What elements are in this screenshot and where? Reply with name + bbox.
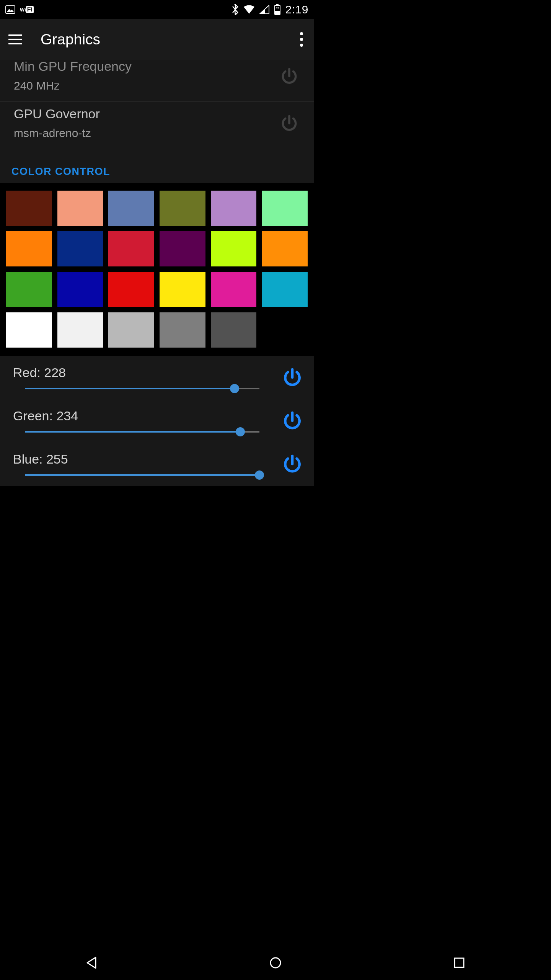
color-swatch[interactable] bbox=[262, 231, 308, 266]
color-swatch[interactable] bbox=[262, 312, 308, 348]
setting-title: Min GPU Frequency bbox=[14, 59, 279, 74]
color-swatch[interactable] bbox=[211, 191, 257, 226]
power-icon[interactable] bbox=[282, 367, 303, 388]
color-swatch[interactable] bbox=[6, 231, 52, 266]
slider-blue: Blue: 255 bbox=[0, 437, 314, 486]
color-swatch[interactable] bbox=[160, 231, 205, 266]
color-swatch[interactable] bbox=[57, 231, 103, 266]
color-swatch[interactable] bbox=[108, 312, 154, 348]
color-swatch[interactable] bbox=[108, 272, 154, 307]
color-swatch[interactable] bbox=[57, 272, 103, 307]
slider-label: Green: 234 bbox=[13, 408, 272, 423]
svg-text:37: 37 bbox=[276, 7, 279, 10]
status-clock: 2:19 bbox=[285, 3, 308, 16]
slider-track-blue[interactable] bbox=[13, 474, 272, 476]
power-icon[interactable] bbox=[279, 113, 300, 134]
power-icon[interactable] bbox=[282, 453, 303, 475]
color-checker-grid bbox=[0, 183, 314, 356]
bluetooth-icon bbox=[232, 4, 239, 15]
color-swatch[interactable] bbox=[160, 191, 205, 226]
color-swatch[interactable] bbox=[6, 312, 52, 348]
color-swatch[interactable] bbox=[211, 272, 257, 307]
app-bar: Graphics bbox=[0, 19, 314, 60]
color-swatch[interactable] bbox=[57, 312, 103, 348]
slider-label: Blue: 255 bbox=[13, 452, 272, 467]
svg-rect-4 bbox=[275, 11, 280, 14]
cell-signal-icon bbox=[259, 5, 269, 14]
color-swatch[interactable] bbox=[57, 191, 103, 226]
setting-value: 240 MHz bbox=[14, 79, 279, 92]
wifi-calling-icon: WiFi bbox=[20, 6, 34, 13]
content-area: Min GPU Frequency 240 MHz GPU Governor m… bbox=[0, 60, 314, 486]
color-swatch[interactable] bbox=[160, 272, 205, 307]
color-swatch[interactable] bbox=[211, 231, 257, 266]
slider-label: Red: 228 bbox=[13, 365, 272, 380]
color-swatch[interactable] bbox=[6, 191, 52, 226]
section-header-color-control: COLOR CONTROL bbox=[0, 149, 314, 183]
wifi-icon bbox=[243, 5, 255, 14]
power-icon[interactable] bbox=[279, 65, 300, 87]
slider-track-red[interactable] bbox=[13, 388, 272, 389]
color-swatch[interactable] bbox=[211, 312, 257, 348]
page-title: Graphics bbox=[41, 31, 100, 48]
setting-gpu-governor[interactable]: GPU Governor msm-adreno-tz bbox=[0, 102, 314, 149]
color-swatch[interactable] bbox=[262, 272, 308, 307]
slider-red: Red: 228 bbox=[0, 356, 314, 394]
power-icon[interactable] bbox=[282, 410, 303, 431]
setting-value: msm-adreno-tz bbox=[14, 127, 279, 140]
gallery-icon bbox=[5, 5, 15, 14]
color-swatch[interactable] bbox=[108, 191, 154, 226]
overflow-menu-button[interactable] bbox=[300, 19, 303, 60]
color-swatch[interactable] bbox=[262, 191, 308, 226]
svg-rect-3 bbox=[276, 4, 279, 5]
battery-icon: 37 bbox=[274, 4, 281, 15]
svg-rect-0 bbox=[6, 6, 15, 13]
setting-title: GPU Governor bbox=[14, 106, 279, 121]
slider-track-green[interactable] bbox=[13, 431, 272, 433]
menu-icon[interactable] bbox=[8, 34, 22, 44]
color-swatch[interactable] bbox=[6, 272, 52, 307]
svg-marker-1 bbox=[7, 9, 14, 12]
status-bar: WiFi 37 2:19 bbox=[0, 0, 314, 19]
setting-min-gpu-frequency[interactable]: Min GPU Frequency 240 MHz bbox=[0, 60, 314, 102]
color-swatch[interactable] bbox=[160, 312, 205, 348]
slider-green: Green: 234 bbox=[0, 394, 314, 437]
color-swatch[interactable] bbox=[108, 231, 154, 266]
